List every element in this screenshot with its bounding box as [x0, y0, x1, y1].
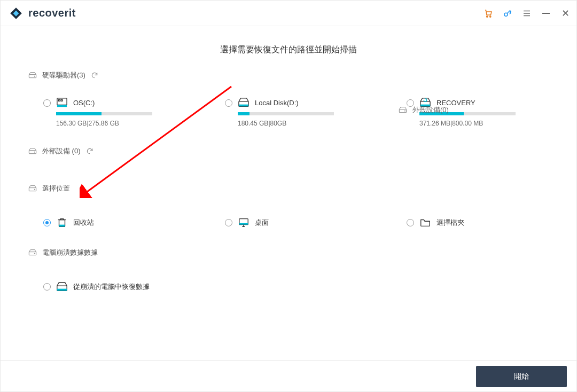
footer-bar: 開始 [1, 360, 576, 391]
radio-desktop[interactable] [225, 219, 232, 226]
drive-section-icon [28, 147, 37, 155]
drive-section-icon [399, 106, 407, 114]
section-external-label: 外部設備 (0) [42, 146, 81, 156]
title-bar: recoverit ✕ [1, 1, 576, 26]
svg-point-19 [404, 111, 405, 111]
svg-rect-12 [59, 100, 60, 101]
locations-row: 回收站 桌面 選擇檔夾 [28, 195, 549, 234]
drive-name: Local Disk(D:) [255, 99, 299, 107]
brand: recoverit [9, 6, 76, 20]
location-select-folder[interactable]: 選擇檔夾 [407, 217, 464, 229]
radio-drive-c[interactable] [43, 99, 51, 107]
external-inline-label: 外殼設備(0) [412, 105, 449, 115]
drive-section-icon [28, 72, 37, 79]
crash-option-label: 從崩潰的電腦中恢復數據 [73, 282, 150, 292]
start-button[interactable]: 開始 [476, 366, 567, 387]
section-locations-header: 選擇位置 [28, 184, 549, 195]
svg-point-29 [34, 253, 35, 254]
hdd-drive-icon [56, 281, 68, 293]
drive-size: 371.26 MB|800.00 MB [419, 120, 516, 127]
page-title: 選擇需要恢復文件的路徑並開始掃描 [1, 26, 576, 70]
section-crash: 電腦崩潰數據數據 從崩潰的電腦中恢復數據 [1, 248, 576, 298]
minimize-button[interactable] [541, 9, 551, 18]
svg-rect-11 [57, 105, 67, 107]
refresh-icon[interactable] [86, 147, 93, 155]
section-hdd-label: 硬碟驅動器(3) [42, 70, 85, 80]
svg-rect-15 [239, 105, 248, 107]
titlebar-actions: ✕ [484, 9, 570, 18]
close-icon: ✕ [562, 7, 570, 19]
location-desktop[interactable]: 桌面 [225, 217, 407, 229]
drive-section-icon [28, 185, 37, 192]
drive-body: Local Disk(D:) 180.45 GB|80GB [238, 97, 334, 127]
section-hdd-header: 硬碟驅動器(3) [28, 70, 549, 82]
minimize-icon [542, 13, 550, 14]
location-label: 選擇檔夾 [436, 218, 464, 228]
section-locations-label: 選擇位置 [42, 184, 70, 193]
svg-point-9 [34, 76, 35, 76]
section-crash-header: 電腦崩潰數據數據 [28, 248, 549, 260]
section-crash-label: 電腦崩潰數據數據 [42, 248, 98, 257]
drive-name: OS(C:) [73, 99, 95, 107]
svg-rect-13 [61, 100, 63, 101]
svg-point-4 [504, 13, 508, 16]
crash-row: 從崩潰的電腦中恢復數據 [28, 260, 549, 298]
section-external-header: 外部設備 (0) [28, 146, 549, 158]
trash-icon [56, 217, 68, 229]
cart-icon[interactable] [484, 9, 493, 18]
brand-logo-icon [9, 6, 23, 20]
monitor-icon [238, 217, 249, 229]
section-locations: 選擇位置 回收站 桌面 選擇檔夾 [1, 184, 576, 234]
drive-size: 156.30 GB|275.86 GB [56, 120, 152, 127]
drive-size: 180.45 GB|80GB [238, 120, 334, 127]
drive-body: OS(C:) 156.30 GB|275.86 GB [56, 97, 152, 127]
location-recycle-bin[interactable]: 回收站 [43, 217, 225, 229]
radio-drive-d[interactable] [225, 99, 232, 107]
svg-point-3 [490, 15, 491, 17]
brand-name: recoverit [28, 7, 76, 19]
svg-rect-27 [239, 223, 248, 225]
radio-select-folder[interactable] [407, 219, 414, 226]
drive-item-local-d[interactable]: Local Disk(D:) 180.45 GB|80GB [225, 97, 407, 127]
main-content: 選擇需要恢復文件的路徑並開始掃描 硬碟驅動器(3) OS( [1, 26, 576, 298]
radio-recycle-bin[interactable] [43, 219, 51, 226]
drive-progress [56, 112, 152, 115]
location-label: 回收站 [73, 218, 94, 228]
folder-icon [419, 217, 431, 229]
refresh-icon[interactable] [91, 72, 98, 79]
svg-rect-31 [57, 289, 67, 291]
section-external: 外部設備 (0) [1, 146, 576, 158]
svg-rect-10 [57, 98, 67, 105]
close-button[interactable]: ✕ [560, 9, 570, 18]
drives-row: OS(C:) 156.30 GB|275.86 GB Local Disk(D:… [28, 82, 549, 132]
svg-point-23 [34, 189, 35, 190]
hdd-drive-icon [238, 97, 249, 108]
section-hdd: 硬碟驅動器(3) OS(C:) 156.30 GB|275.86 GB [1, 70, 576, 132]
ssd-drive-icon [56, 97, 68, 108]
svg-point-2 [487, 15, 488, 17]
external-inline-row: 外殼設備(0) [399, 105, 449, 115]
drive-progress [238, 112, 334, 115]
key-icon[interactable] [503, 9, 512, 18]
crash-recovery-option[interactable]: 從崩潰的電腦中恢復數據 [43, 281, 150, 293]
drive-section-icon [28, 249, 37, 256]
location-label: 桌面 [255, 218, 269, 228]
menu-icon[interactable] [522, 9, 532, 18]
svg-rect-25 [59, 225, 65, 227]
drive-item-os-c[interactable]: OS(C:) 156.30 GB|275.86 GB [43, 97, 225, 127]
svg-point-21 [34, 152, 35, 152]
radio-crash-recovery[interactable] [43, 283, 51, 291]
